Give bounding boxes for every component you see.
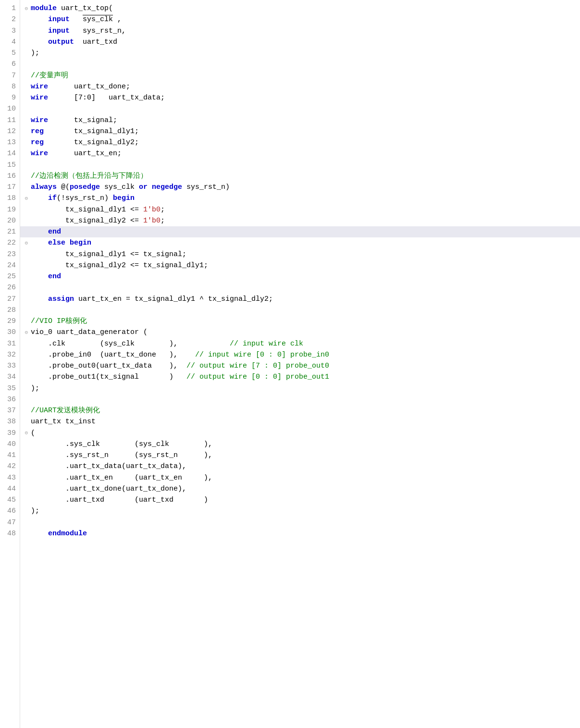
code-line-48: endmodule (20, 528, 580, 539)
code-line-4: output uart_txd (20, 37, 580, 48)
code-line-32: .probe_in0 (uart_tx_done ), // input wir… (20, 349, 580, 360)
line-num-23: 23 (4, 249, 16, 260)
line-num-46: 46 (4, 506, 16, 517)
code-container: 1 2 3 4 5 6 7 8 9 10 11 12 13 14 15 16 1… (0, 0, 580, 728)
code-line-13: reg tx_signal_dly2; (20, 137, 580, 148)
line-num-26: 26 (4, 282, 16, 293)
line-num-25: 25 (4, 271, 16, 282)
fold-icon-30[interactable]: ⊝ (23, 329, 30, 336)
line-num-5: 5 (4, 48, 16, 59)
line-num-36: 36 (4, 394, 16, 405)
fold-icon-1[interactable]: ⊝ (23, 5, 30, 12)
code-line-26 (20, 282, 580, 293)
line-num-40: 40 (4, 439, 16, 450)
code-line-35: ); (20, 383, 580, 394)
code-area: ⊝ module uart_tx_top( input sys_clk , in… (20, 0, 580, 728)
line-numbers: 1 2 3 4 5 6 7 8 9 10 11 12 13 14 15 16 1… (0, 0, 20, 728)
code-line-11: wire tx_signal; (20, 115, 580, 126)
line-num-18: 18 (4, 193, 16, 204)
code-line-38: uart_tx tx_inst (20, 416, 580, 427)
code-line-25: end (20, 271, 580, 282)
line-num-28: 28 (4, 305, 16, 316)
line-num-30: 30 (4, 327, 16, 338)
code-line-45: .uart_txd (uart_txd ) (20, 494, 580, 506)
code-line-39: ⊝ ( (20, 428, 580, 439)
code-line-9: wire [7:0] uart_tx_data; (20, 92, 580, 103)
line-num-24: 24 (4, 260, 16, 271)
code-line-36 (20, 394, 580, 405)
fold-icon-22[interactable]: ⊝ (23, 240, 30, 247)
line-num-21: 21 (4, 226, 16, 237)
line-num-14: 14 (4, 148, 16, 159)
code-line-6 (20, 59, 580, 70)
code-line-37: //UART发送模块例化 (20, 405, 580, 416)
code-line-30: ⊝ vio_0 uart_data_generator ( (20, 327, 580, 338)
line-num-3: 3 (4, 25, 16, 37)
line-num-11: 11 (4, 115, 16, 126)
code-line-40: .sys_clk (sys_clk ), (20, 439, 580, 450)
code-line-2: input sys_clk , (20, 14, 580, 25)
line-num-8: 8 (4, 81, 16, 92)
fold-icon-39[interactable]: ⊝ (23, 430, 30, 436)
line-num-38: 38 (4, 416, 16, 427)
code-line-43: .uart_tx_en (uart_tx_en ), (20, 472, 580, 483)
code-line-33: .probe_out0(uart_tx_data ), // output wi… (20, 360, 580, 371)
line-num-35: 35 (4, 383, 16, 394)
line-num-48: 48 (4, 528, 16, 539)
line-num-9: 9 (4, 92, 16, 103)
code-line-7: //变量声明 (20, 70, 580, 81)
code-line-24: tx_signal_dly2 <= tx_signal_dly1; (20, 260, 580, 271)
line-num-16: 16 (4, 171, 16, 182)
line-num-20: 20 (4, 215, 16, 226)
code-line-10 (20, 103, 580, 114)
code-line-42: .uart_tx_data(uart_tx_data), (20, 461, 580, 472)
line-num-7: 7 (4, 70, 16, 81)
code-line-20: tx_signal_dly2 <= 1'b0; (20, 215, 580, 226)
code-line-18: ⊝ if(!sys_rst_n) begin (20, 193, 580, 204)
code-line-22: ⊝ else begin (20, 237, 580, 248)
code-line-47 (20, 517, 580, 528)
code-line-12: reg tx_signal_dly1; (20, 126, 580, 137)
code-line-46: ); (20, 506, 580, 517)
code-line-34: .probe_out1(tx_signal ) // output wire [… (20, 371, 580, 383)
code-line-41: .sys_rst_n (sys_rst_n ), (20, 450, 580, 461)
line-num-6: 6 (4, 59, 16, 70)
code-line-16: //边沿检测（包括上升沿与下降沿） (20, 171, 580, 182)
line-num-27: 27 (4, 294, 16, 305)
line-num-2: 2 (4, 14, 16, 25)
line-num-19: 19 (4, 204, 16, 215)
line-num-10: 10 (4, 103, 16, 114)
line-num-33: 33 (4, 360, 16, 371)
code-line-5: ); (20, 48, 580, 59)
line-num-22: 22 (4, 237, 16, 248)
code-line-15 (20, 160, 580, 171)
fold-icon-18[interactable]: ⊝ (23, 195, 30, 202)
code-line-28 (20, 305, 580, 316)
line-num-47: 47 (4, 517, 16, 528)
line-num-4: 4 (4, 37, 16, 48)
line-num-34: 34 (4, 371, 16, 383)
line-num-39: 39 (4, 428, 16, 439)
line-num-43: 43 (4, 472, 16, 483)
line-num-15: 15 (4, 160, 16, 171)
line-num-29: 29 (4, 316, 16, 327)
code-line-21: end (20, 226, 580, 237)
line-num-32: 32 (4, 349, 16, 360)
code-line-1: ⊝ module uart_tx_top( (20, 3, 580, 14)
code-line-19: tx_signal_dly1 <= 1'b0; (20, 204, 580, 215)
code-line-8: wire uart_tx_done; (20, 81, 580, 92)
code-line-27: assign uart_tx_en = tx_signal_dly1 ^ tx_… (20, 294, 580, 305)
code-line-23: tx_signal_dly1 <= tx_signal; (20, 249, 580, 260)
line-num-45: 45 (4, 494, 16, 506)
line-num-17: 17 (4, 182, 16, 193)
line-num-1: 1 (4, 3, 16, 14)
line-num-12: 12 (4, 126, 16, 137)
line-num-44: 44 (4, 483, 16, 494)
code-line-31: .clk (sys_clk ), // input wire clk (20, 338, 580, 349)
line-num-31: 31 (4, 338, 16, 349)
line-num-13: 13 (4, 137, 16, 148)
code-line-14: wire uart_tx_en; (20, 148, 580, 159)
code-line-3: input sys_rst_n, (20, 25, 580, 37)
code-line-44: .uart_tx_done(uart_tx_done), (20, 483, 580, 494)
line-num-42: 42 (4, 461, 16, 472)
